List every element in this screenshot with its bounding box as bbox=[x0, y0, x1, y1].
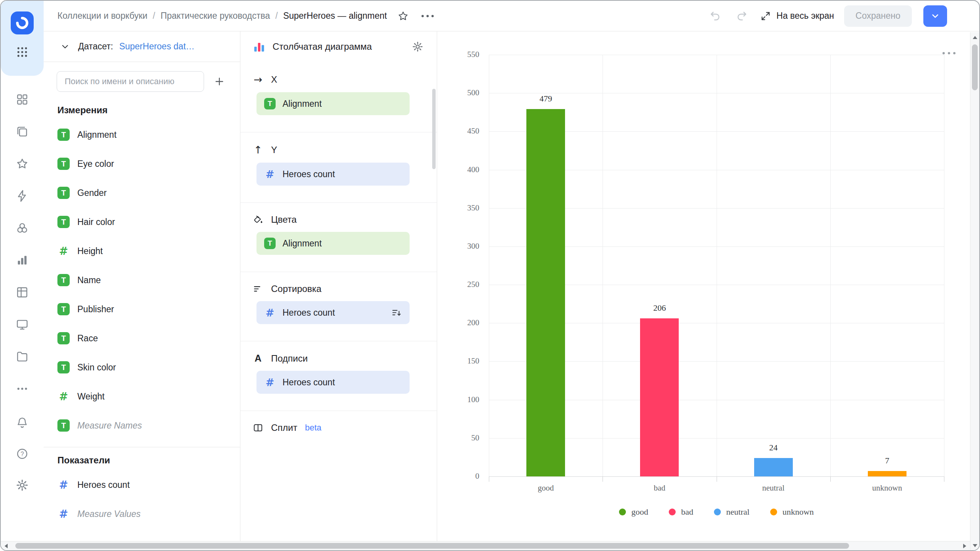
y-axis-label: 0 bbox=[448, 471, 479, 481]
number-field-icon: # bbox=[264, 168, 276, 180]
measures-title: Показатели bbox=[57, 455, 229, 466]
files-folder-icon[interactable] bbox=[15, 349, 30, 364]
legend-item[interactable]: good bbox=[619, 507, 648, 517]
legend-item[interactable]: unknown bbox=[770, 507, 814, 517]
sort-field-chip[interactable]: # Heroes count bbox=[256, 301, 410, 324]
scroll-left-arrow-icon[interactable] bbox=[5, 544, 8, 548]
breadcrumb-collections[interactable]: Коллекции и воркбуки bbox=[57, 11, 147, 21]
field-name: Weight bbox=[77, 391, 105, 402]
section-labels-label: Подписи bbox=[271, 353, 308, 364]
field-row[interactable]: TAlignment bbox=[57, 120, 229, 149]
y-axis-label: 50 bbox=[448, 433, 479, 443]
bar-value-label: 7 bbox=[830, 456, 944, 466]
legend-item[interactable]: bad bbox=[669, 507, 693, 517]
bar-value-label: 206 bbox=[603, 303, 716, 313]
bar-neutral[interactable] bbox=[754, 458, 793, 476]
labels-field-chip[interactable]: # Heroes count bbox=[256, 371, 410, 394]
y-axis-label: 250 bbox=[448, 280, 479, 289]
dashboards-monitor-icon[interactable] bbox=[15, 317, 30, 332]
more-icon[interactable] bbox=[15, 381, 30, 396]
dataset-label: Датасет: bbox=[78, 41, 113, 52]
config-scrollbar-thumb[interactable] bbox=[432, 89, 436, 169]
text-field-icon: T bbox=[264, 238, 276, 249]
text-field-icon: T bbox=[57, 158, 70, 170]
field-row[interactable]: #Weight bbox=[57, 382, 229, 411]
rail-bottom-icons: ? bbox=[15, 415, 30, 550]
section-sort-header: Сортировка bbox=[240, 280, 437, 300]
horizontal-scrollbar-thumb[interactable] bbox=[15, 543, 849, 549]
fullscreen-button[interactable]: На весь экран bbox=[760, 11, 834, 21]
sort-field-name: Heroes count bbox=[283, 308, 335, 318]
datalens-logo[interactable] bbox=[11, 11, 34, 34]
field-search-input[interactable] bbox=[57, 71, 204, 92]
notifications-bell-icon[interactable] bbox=[15, 415, 30, 430]
labels-field-name: Heroes count bbox=[283, 377, 335, 388]
scroll-down-arrow-icon[interactable] bbox=[973, 544, 977, 547]
legend-label: neutral bbox=[726, 507, 750, 517]
field-name: Eye color bbox=[77, 159, 114, 169]
vertical-scrollbar-thumb[interactable] bbox=[972, 44, 978, 90]
text-field-icon: T bbox=[264, 98, 276, 109]
field-row[interactable]: TMeasure Names bbox=[57, 411, 229, 440]
field-row[interactable]: #Height bbox=[57, 236, 229, 266]
breadcrumb-guides[interactable]: Практические руководства bbox=[160, 11, 270, 21]
colors-field-chip[interactable]: T Alignment bbox=[256, 232, 410, 255]
dataset-collapse-chevron-icon[interactable] bbox=[58, 40, 72, 54]
chart-region: goodbadneutralunknown 050100150200250300… bbox=[437, 31, 979, 550]
field-row[interactable]: TName bbox=[57, 266, 229, 295]
number-field-icon: # bbox=[264, 377, 276, 388]
field-row[interactable]: TPublisher bbox=[57, 295, 229, 324]
bar-unknown[interactable] bbox=[868, 471, 906, 476]
field-row[interactable]: THair color bbox=[57, 207, 229, 236]
breadcrumb-separator: / bbox=[275, 11, 278, 21]
section-sort: Сортировка # Heroes count bbox=[240, 272, 437, 341]
logo-swirl-icon bbox=[15, 16, 29, 30]
x-axis-label: unknown bbox=[830, 483, 944, 493]
field-row[interactable]: #Heroes count bbox=[57, 470, 229, 499]
datasets-table-icon[interactable] bbox=[15, 285, 30, 300]
favorites-star-icon[interactable] bbox=[15, 156, 30, 171]
legend-label: good bbox=[631, 507, 648, 517]
bar-bad[interactable] bbox=[640, 318, 679, 476]
y-field-chip[interactable]: # Heroes count bbox=[256, 163, 410, 186]
field-name: Gender bbox=[77, 188, 107, 198]
title-more-icon[interactable] bbox=[419, 8, 436, 24]
column-chart-icon[interactable] bbox=[253, 40, 266, 53]
collections-icon[interactable] bbox=[15, 124, 30, 139]
quick-actions-icon[interactable] bbox=[15, 188, 30, 204]
sort-direction-icon[interactable] bbox=[391, 307, 402, 318]
field-row[interactable]: TGender bbox=[57, 178, 229, 207]
field-row[interactable]: TEye color bbox=[57, 149, 229, 178]
undo-icon[interactable] bbox=[707, 8, 724, 24]
widgets-icon[interactable] bbox=[15, 92, 30, 107]
apps-grid-icon[interactable] bbox=[15, 44, 30, 60]
section-colors-label: Цвета bbox=[271, 214, 297, 225]
chart-type-label[interactable]: Столбчатая диаграмма bbox=[273, 41, 372, 52]
field-name: Heroes count bbox=[77, 480, 130, 490]
scroll-up-arrow-icon[interactable] bbox=[973, 36, 977, 39]
bar-good[interactable] bbox=[526, 109, 565, 476]
chart-more-icon[interactable] bbox=[942, 52, 956, 54]
vertical-scrollbar[interactable] bbox=[970, 32, 979, 550]
x-field-chip[interactable]: T Alignment bbox=[256, 92, 410, 115]
dataset-name-link[interactable]: SuperHeroes dat… bbox=[119, 41, 194, 52]
services-circles-icon[interactable] bbox=[15, 220, 30, 236]
scroll-right-arrow-icon[interactable] bbox=[963, 544, 966, 548]
horizontal-scrollbar[interactable] bbox=[1, 541, 970, 550]
y-field-name: Heroes count bbox=[283, 169, 335, 179]
favorite-star-icon[interactable] bbox=[395, 8, 412, 24]
legend-item[interactable]: neutral bbox=[714, 507, 750, 517]
settings-gear-icon[interactable] bbox=[15, 478, 30, 493]
field-row[interactable]: #Measure Values bbox=[57, 499, 229, 528]
redo-icon[interactable] bbox=[733, 8, 750, 24]
plus-icon bbox=[214, 76, 225, 87]
field-row[interactable]: TSkin color bbox=[57, 353, 229, 382]
charts-icon[interactable] bbox=[15, 253, 30, 268]
chart-settings-gear-icon[interactable] bbox=[409, 38, 426, 55]
add-field-button[interactable] bbox=[210, 72, 229, 91]
save-status-button[interactable]: Сохранено bbox=[844, 5, 912, 27]
section-x: → X T Alignment bbox=[240, 62, 437, 132]
save-dropdown-button[interactable] bbox=[923, 5, 947, 27]
field-row[interactable]: TRace bbox=[57, 324, 229, 353]
help-icon[interactable]: ? bbox=[15, 446, 30, 461]
